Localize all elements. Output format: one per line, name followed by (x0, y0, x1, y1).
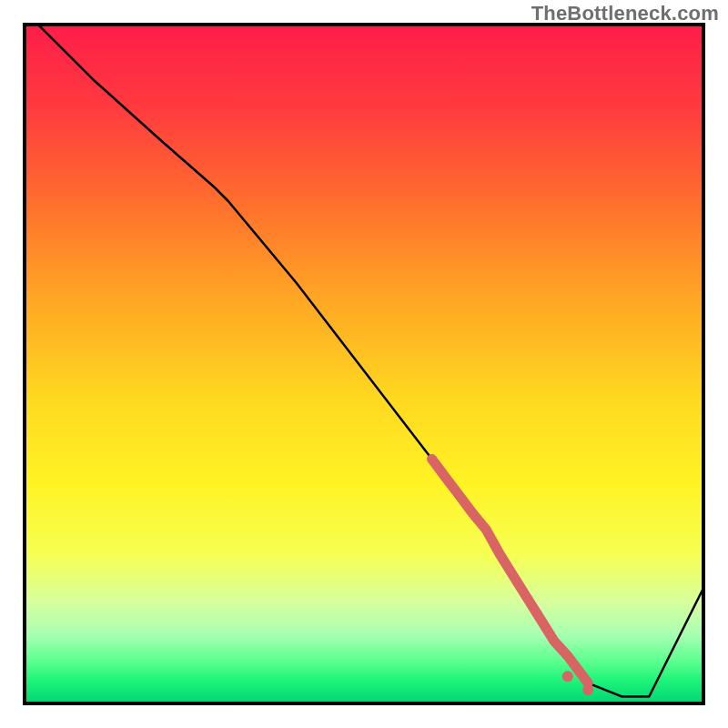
plot-area (25, 25, 703, 703)
watermark-label: TheBottleneck.com (531, 2, 719, 25)
highlight-dot (582, 684, 593, 695)
bottleneck-chart (0, 0, 728, 728)
gradient-background (25, 25, 703, 703)
highlight-dot (562, 671, 573, 682)
chart-stage: TheBottleneck.com (0, 0, 728, 728)
